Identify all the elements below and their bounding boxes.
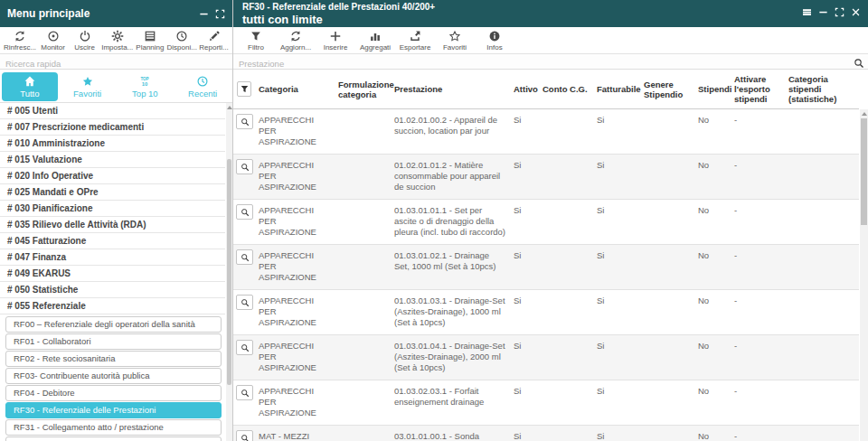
table-row[interactable]: APPARECCHI PER ASPIRAZIONE01.03.02.03.1 … bbox=[233, 380, 859, 426]
row-search-button[interactable] bbox=[236, 114, 253, 129]
menu-item-005-utenti[interactable]: # 005 Utenti bbox=[0, 103, 225, 119]
tab-favoriti[interactable]: Favoriti bbox=[60, 72, 116, 101]
table-filter-button[interactable] bbox=[237, 81, 251, 97]
menu-item-050-statistiche[interactable]: # 050 Statistiche bbox=[0, 282, 225, 298]
row-search-button[interactable] bbox=[236, 204, 253, 220]
tab-tutto[interactable]: Tutto bbox=[2, 72, 58, 101]
submenu-item-rf04[interactable]: RF04 - Debitore bbox=[5, 385, 222, 401]
menu-item-025-mandati-e-opre[interactable]: # 025 Mandati e OPre bbox=[0, 184, 225, 201]
submenu-item-rf31[interactable]: RF31 - Collegamento atto / prestazione bbox=[5, 419, 222, 436]
table-row[interactable]: MAT - MEZZI D'APPLICAZIONE03.01.01.00.1 … bbox=[233, 426, 859, 441]
table-row[interactable]: APPARECCHI PER ASPIRAZIONE01.03.01.04.1 … bbox=[233, 335, 859, 380]
toolbar-button-imposta[interactable]: Imposta... bbox=[100, 30, 134, 52]
column-header-attivo[interactable]: Attivo bbox=[510, 82, 539, 96]
scroll-up-arrow[interactable] bbox=[227, 106, 232, 109]
left-panel-title: Menu principale bbox=[7, 7, 193, 20]
toolbar-button-aggregati[interactable]: Aggregati bbox=[355, 30, 395, 52]
planning-icon bbox=[144, 30, 156, 42]
info-icon bbox=[488, 30, 501, 42]
cell-fatturabile: Si bbox=[593, 249, 640, 262]
column-header-categoria[interactable]: Categoria bbox=[255, 82, 335, 96]
minimize-icon[interactable] bbox=[199, 9, 209, 19]
svg-text:10: 10 bbox=[142, 81, 148, 87]
cell-stipendi: No bbox=[694, 295, 731, 307]
column-header-fatturabile[interactable]: Fatturabile bbox=[593, 82, 640, 96]
sidebar-scrollbar[interactable] bbox=[226, 103, 232, 441]
column-header-genere-stipendio[interactable]: Genere Stipendio bbox=[640, 78, 694, 101]
row-search-button[interactable] bbox=[236, 249, 253, 265]
cell-attivare-esporto: - bbox=[731, 204, 785, 217]
column-header-formulazione-categoria[interactable]: Formulazione categoria bbox=[335, 78, 391, 101]
table-row[interactable]: APPARECCHI PER ASPIRAZIONE01.03.01.03.1 … bbox=[233, 290, 859, 335]
toolbar-button-infos[interactable]: Infos bbox=[475, 30, 514, 52]
cell-attivo: Si bbox=[510, 204, 539, 217]
row-search-button[interactable] bbox=[236, 159, 253, 174]
menu-item-035-rilievo-delle-attivit-rda[interactable]: # 035 Rilievo delle Attività (RDA) bbox=[0, 217, 225, 233]
cell-formulazione bbox=[335, 249, 391, 251]
scrollbar-thumb[interactable] bbox=[227, 159, 231, 385]
column-header-categoria-stipendi-statistiche[interactable]: Categoria stipendi (statistiche) bbox=[785, 72, 859, 106]
maximize-icon[interactable] bbox=[835, 7, 844, 17]
menu-item-007-prescrizione-medicamenti[interactable]: # 007 Prescrizione medicamenti bbox=[0, 119, 225, 136]
scrollbar-thumb[interactable] bbox=[861, 118, 867, 225]
close-icon[interactable] bbox=[851, 7, 861, 17]
menu-tabs: TuttoFavoritiTOP10Top 10Recenti bbox=[0, 70, 232, 103]
row-search-button[interactable] bbox=[236, 430, 253, 441]
monitor-icon bbox=[47, 30, 60, 42]
row-search-button[interactable] bbox=[236, 295, 253, 310]
cell-fatturabile: Si bbox=[593, 340, 640, 352]
minimize-icon[interactable] bbox=[818, 7, 828, 17]
toolbar-button-esportare[interactable]: Esportare bbox=[395, 30, 435, 52]
table-row[interactable]: APPARECCHI PER ASPIRAZIONE01.02.01.00.2 … bbox=[233, 109, 859, 155]
menu-item-049-ekarus[interactable]: # 049 EKARUS bbox=[0, 266, 225, 282]
submenu-item-rf00[interactable]: RF00 – Referenziale degli operatori dell… bbox=[5, 316, 222, 333]
menu-item-030-pianificazione[interactable]: # 030 Pianificazione bbox=[0, 201, 225, 217]
menu-panel: Menu principale Rinfresc...MonitorUscire… bbox=[0, 0, 233, 441]
table-row[interactable]: APPARECCHI PER ASPIRAZIONE01.03.01.02.1 … bbox=[233, 245, 859, 290]
table-row[interactable]: APPARECCHI PER ASPIRAZIONE01.03.01.01.1 … bbox=[233, 200, 859, 245]
menu-item-015-valutazione[interactable]: # 015 Valutazione bbox=[0, 152, 225, 168]
toolbar-button-favoriti[interactable]: Favoriti bbox=[435, 30, 475, 52]
maximize-icon[interactable] bbox=[215, 9, 225, 19]
column-header-attivare-l-esporto-stipendi[interactable]: Attivare l'esporto stipendi bbox=[731, 72, 785, 106]
quick-search-input[interactable] bbox=[0, 57, 232, 71]
submenu-item-rf30[interactable]: RF30 - Referenziale delle Prestazioni bbox=[5, 402, 222, 418]
cell-fatturabile: Si bbox=[593, 204, 640, 217]
cell-attivo: Si bbox=[510, 114, 539, 127]
cell-stipendi: No bbox=[694, 385, 731, 398]
toolbar-button-uscire[interactable]: Uscire bbox=[69, 30, 100, 52]
tab-recenti[interactable]: Recenti bbox=[175, 72, 231, 101]
column-header-conto-c-g[interactable]: Conto C.G. bbox=[539, 82, 593, 96]
submenu-item-rf03[interactable]: RF03- Contribuente autorità publica bbox=[5, 368, 222, 384]
toolbar-button-filtro[interactable]: Filtro bbox=[236, 30, 276, 52]
toolbar-button-inserire[interactable]: Inserire bbox=[316, 30, 355, 52]
cell-attivo: Si bbox=[510, 159, 539, 172]
table-scrollbar[interactable] bbox=[860, 109, 868, 441]
toolbar-button-reporti[interactable]: Reporti... bbox=[198, 30, 230, 52]
list-icon[interactable] bbox=[802, 7, 812, 17]
column-header-stipendi[interactable]: Stipendi bbox=[694, 82, 731, 96]
cell-genere-stipendio bbox=[640, 249, 694, 251]
menu-item-010-amministrazione[interactable]: # 010 Amministrazione bbox=[0, 136, 225, 152]
home-icon bbox=[24, 75, 36, 88]
menu-list: # 005 Utenti# 007 Prescrizione medicamen… bbox=[0, 103, 232, 441]
toolbar-button-monitor[interactable]: Monitor bbox=[37, 30, 69, 52]
menu-item-055-referenziale[interactable]: # 055 Referenziale bbox=[0, 298, 225, 314]
toolbar-button-planning[interactable]: Planning bbox=[134, 30, 165, 52]
column-header-prestazione[interactable]: Prestazione bbox=[391, 82, 510, 96]
table-row[interactable]: APPARECCHI PER ASPIRAZIONE01.02.01.01.2 … bbox=[233, 155, 859, 200]
table-toolbar: FiltroAggiorn...InserireAggregatiEsporta… bbox=[233, 27, 868, 54]
toolbar-button-rinfresc[interactable]: Rinfresc... bbox=[3, 30, 37, 52]
row-search-button[interactable] bbox=[236, 385, 253, 400]
submenu-item-rf02[interactable]: RF02 - Rete sociosanitaria bbox=[5, 351, 222, 367]
menu-item-047-finanza[interactable]: # 047 Finanza bbox=[0, 249, 225, 266]
row-search-button[interactable] bbox=[236, 340, 253, 355]
toolbar-button-disponi[interactable]: Disponi... bbox=[165, 30, 198, 52]
menu-item-020-info-operative[interactable]: # 020 Info Operative bbox=[0, 168, 225, 184]
power-icon bbox=[79, 30, 91, 42]
submenu-item-rf01[interactable]: RF01 - Collaboratori bbox=[5, 333, 222, 350]
tab-top-10[interactable]: TOP10Top 10 bbox=[118, 72, 174, 101]
menu-item-045-fatturazione[interactable]: # 045 Fatturazione bbox=[0, 233, 225, 249]
toolbar-button-aggiorn[interactable]: Aggiorn... bbox=[276, 30, 316, 52]
scroll-up-arrow[interactable] bbox=[862, 112, 867, 116]
